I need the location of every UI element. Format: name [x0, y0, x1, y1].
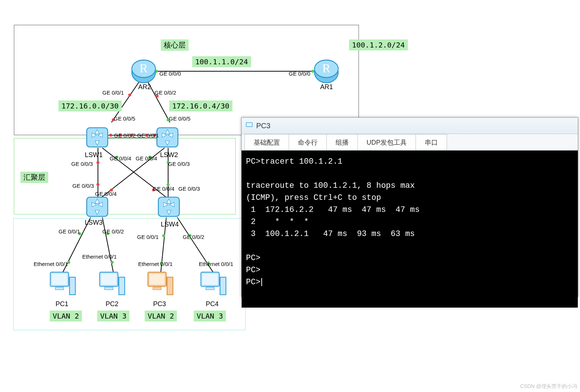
terminal-app-icon — [245, 121, 253, 130]
switch-lsw3[interactable] — [84, 194, 110, 221]
svg-rect-57 — [119, 277, 125, 295]
core-layer-label: 核心层 — [161, 39, 189, 51]
pc3-icon[interactable] — [146, 270, 175, 299]
port-lsw4-ge002: GE 0/0/2 — [183, 234, 204, 240]
agg-layer-label: 汇聚层 — [20, 172, 48, 183]
port-lsw3-ge001: GE 0/0/1 — [58, 228, 80, 235]
svg-rect-56 — [105, 287, 113, 290]
svg-rect-64 — [206, 287, 214, 290]
port-ar2-ge002: GE 0/0/2 — [155, 90, 176, 96]
svg-rect-61 — [167, 277, 173, 295]
port-lsw1-ge004: GE 0/0/4 — [110, 155, 131, 161]
port-lsw1-ge003: GE 0/0/3 — [71, 161, 93, 167]
tab-multicast[interactable]: 组播 — [326, 134, 358, 150]
label-lsw1: LSW1 — [85, 151, 103, 159]
port-lsw2-ge004: GE 0/0/4 — [136, 155, 157, 161]
label-lsw3: LSW3 — [85, 219, 103, 227]
port-pc4-e001: Ethernet 0/0/1 — [199, 261, 233, 267]
router-ar2[interactable]: R — [130, 57, 157, 85]
pc2-icon[interactable] — [98, 270, 127, 299]
port-lsw3-ge004: GE 0/0/4 — [95, 191, 117, 197]
port-lsw4-ge003: GE 0/0/3 — [178, 186, 200, 192]
label-pc1: PC1 — [56, 300, 68, 308]
port-link-mid: GE 0/0/2 GE 0/0/1 — [114, 132, 159, 138]
subnet-ar2-lsw1: 172.16.0.0/30 — [58, 100, 122, 111]
svg-rect-63 — [202, 274, 217, 285]
port-pc2-e001: Ethernet 0/0/1 — [82, 254, 117, 260]
port-lsw2-ge005: GE 0/0/5 — [169, 115, 190, 122]
svg-rect-55 — [101, 274, 116, 285]
label-pc4: PC4 — [206, 300, 219, 308]
switch-lsw4[interactable] — [156, 194, 182, 221]
port-lsw1-ge005: GE 0/0/5 — [114, 115, 135, 122]
svg-rect-51 — [52, 274, 67, 285]
subnet-ar1-lan: 100.1.2.0/24 — [349, 39, 408, 50]
label-lsw2: LSW2 — [160, 151, 178, 159]
pc4-icon[interactable] — [199, 270, 228, 299]
port-ar1-ge000: GE 0/0/0 — [289, 71, 310, 77]
tab-basic-config[interactable]: 基础配置 — [244, 134, 289, 150]
subnet-ar2-lsw2: 172.16.0.4/30 — [169, 100, 232, 111]
vlan-pc4: VLAN 3 — [194, 311, 226, 321]
svg-rect-59 — [149, 274, 164, 285]
port-ar2-ge001: GE 0/0/1 — [102, 90, 124, 96]
svg-text:R: R — [140, 61, 148, 75]
svg-text:R: R — [322, 61, 331, 75]
svg-rect-52 — [55, 287, 64, 290]
svg-rect-65 — [220, 277, 226, 295]
port-lsw3-ge003: GE 0/0/3 — [72, 183, 94, 189]
label-lsw4: LSW4 — [161, 221, 179, 228]
label-pc2: PC2 — [106, 300, 118, 308]
port-lsw2-ge003: GE 0/0/3 — [168, 161, 190, 167]
svg-rect-67 — [247, 123, 252, 126]
switch-lsw1[interactable] — [84, 124, 110, 152]
port-lsw4-ge004: GE 0/0/4 — [153, 186, 174, 192]
terminal-window-pc3[interactable]: PC3 基础配置 命令行 组播 UDP发包工具 串口 PC>tracert 10… — [241, 117, 578, 297]
port-lsw3-ge002: GE 0/0/2 — [102, 228, 124, 235]
port-lsw4-ge001: GE 0/0/1 — [137, 234, 159, 240]
subnet-ar1-ar2: 100.1.1.0/24 — [192, 56, 251, 67]
pc1-icon[interactable] — [49, 270, 78, 299]
vlan-pc1: VLAN 2 — [50, 311, 82, 321]
tab-cli[interactable]: 命令行 — [289, 134, 327, 150]
terminal-tabs: 基础配置 命令行 组播 UDP发包工具 串口 — [242, 134, 578, 151]
svg-rect-53 — [69, 277, 75, 295]
terminal-titlebar[interactable]: PC3 — [242, 118, 578, 134]
label-pc3: PC3 — [153, 300, 166, 308]
label-ar1: AR1 — [320, 83, 333, 91]
tab-serial[interactable]: 串口 — [416, 134, 447, 150]
port-pc1-e001: Ethernet 0/0/1 — [34, 261, 68, 267]
vlan-pc3: VLAN 2 — [145, 311, 177, 321]
terminal-output[interactable]: PC>tracert 100.1.2.1 traceroute to 100.1… — [242, 151, 578, 308]
port-pc3-e001: Ethernet 0/0/1 — [138, 261, 173, 267]
tab-udp-tool[interactable]: UDP发包工具 — [357, 134, 416, 150]
terminal-title: PC3 — [256, 122, 270, 130]
port-ar2-ge000: GE 0/0/0 — [159, 71, 181, 77]
label-ar2: AR2 — [138, 83, 151, 91]
vlan-pc2: VLAN 3 — [97, 311, 129, 321]
svg-rect-60 — [153, 287, 161, 290]
watermark: CSDN @埋头苦干的小冯 — [520, 383, 577, 390]
router-ar1[interactable]: R — [313, 57, 340, 85]
